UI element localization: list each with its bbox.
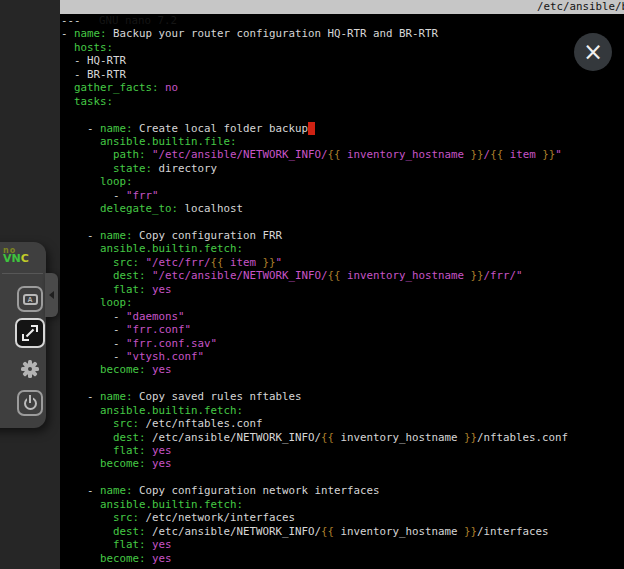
terminal-window[interactable]: GNU nano 7.2 /etc/ansible/b ---- name: B… (60, 0, 624, 569)
terminal-line: hosts: (61, 41, 624, 54)
terminal-line: ansible.builtin.fetch: (61, 498, 624, 511)
terminal-line: state: directory (61, 162, 624, 175)
terminal-line: - name: Create local folder backup (61, 122, 624, 135)
terminal-line: dest: /etc/ansible/NETWORK_INFO/{{ inven… (61, 525, 624, 538)
fullscreen-button[interactable] (15, 318, 45, 348)
disconnect-button[interactable] (17, 390, 43, 416)
terminal-line: - "vtysh.conf" (61, 350, 624, 363)
power-icon (23, 396, 38, 411)
nano-filename-label: /etc/ansible/b (537, 0, 624, 14)
terminal-line (61, 216, 624, 229)
terminal-line: flat: yes (61, 444, 624, 457)
terminal-line: - "daemons" (61, 310, 624, 323)
vnc-control-bar: no VNC A (0, 242, 46, 428)
terminal-line: loop: (61, 175, 624, 188)
novnc-logo: no VNC (3, 247, 29, 264)
terminal-line: - name: Copy configuration network inter… (61, 484, 624, 497)
terminal-line: dest: /etc/ansible/NETWORK_INFO/{{ inven… (61, 431, 624, 444)
terminal-line: become: yes (61, 552, 624, 565)
terminal-line: ansible.builtin.fetch: (61, 404, 624, 417)
terminal-line: src: /etc/network/interfaces (61, 511, 624, 524)
terminal-line: src: "/etc/frr/{{ item }}" (61, 256, 624, 269)
toolbar-divider (2, 273, 43, 274)
terminal-line: become: yes (61, 457, 624, 470)
terminal-line: ansible.builtin.file: (61, 135, 624, 148)
terminal-line: - HQ-RTR (61, 54, 624, 67)
toolbar-handle[interactable] (45, 273, 58, 317)
extra-keys-icon: A (23, 294, 38, 305)
fullscreen-icon (22, 325, 38, 341)
terminal-line: gather_facts: no (61, 81, 624, 94)
terminal-text[interactable]: ---- name: Backup your router configurat… (61, 14, 624, 565)
close-icon: × (583, 40, 603, 64)
gear-icon (21, 360, 39, 378)
terminal-line (61, 377, 624, 390)
terminal-line: loop: (61, 296, 624, 309)
terminal-line: - BR-RTR (61, 68, 624, 81)
terminal-line: - name: Backup your router configuration… (61, 27, 624, 40)
settings-button[interactable] (17, 356, 43, 382)
terminal-line: dest: "/etc/ansible/NETWORK_INFO/{{ inve… (61, 269, 624, 282)
terminal-line: - name: Copy saved rules nftables (61, 390, 624, 403)
terminal-line: path: "/etc/ansible/NETWORK_INFO/{{ inve… (61, 148, 624, 161)
terminal-line: flat: yes (61, 538, 624, 551)
terminal-line: - "frr.conf" (61, 323, 624, 336)
terminal-line: - "frr.conf.sav" (61, 337, 624, 350)
terminal-line: - name: Copy configuration FRR (61, 229, 624, 242)
collapse-arrow-icon (49, 291, 54, 299)
terminal-line: src: /etc/nftables.conf (61, 417, 624, 430)
terminal-line: ansible.builtin.fetch: (61, 242, 624, 255)
nano-titlebar: GNU nano 7.2 /etc/ansible/b (60, 0, 624, 14)
terminal-line (61, 471, 624, 484)
terminal-line (61, 108, 624, 121)
terminal-line: flat: yes (61, 283, 624, 296)
terminal-line: delegate_to: localhost (61, 202, 624, 215)
close-button[interactable]: × (574, 33, 612, 71)
novnc-logo-text-bottom: VNC (3, 254, 29, 264)
terminal-line: tasks: (61, 95, 624, 108)
terminal-line: - "frr" (61, 189, 624, 202)
extra-keys-button[interactable]: A (17, 286, 43, 312)
terminal-line: become: yes (61, 363, 624, 376)
terminal-line: --- (61, 14, 624, 27)
